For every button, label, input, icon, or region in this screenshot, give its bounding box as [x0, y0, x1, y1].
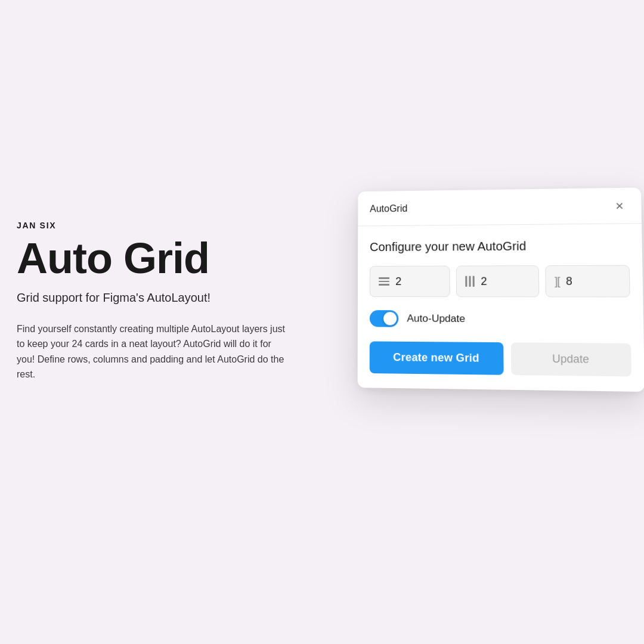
main-title: Auto Grid [17, 236, 309, 281]
padding-field[interactable]: ][ 8 [545, 265, 630, 298]
padding-value: 8 [566, 275, 572, 288]
update-button[interactable]: Update [511, 342, 631, 376]
cols-icon [466, 276, 475, 287]
plugin-panel: AutoGrid × Configure your new AutoGrid 2 [358, 187, 644, 392]
subtitle: Grid support for Figma's AutoLayout! [17, 291, 309, 305]
panel-body: Configure your new AutoGrid 2 [358, 224, 644, 392]
create-new-grid-button[interactable]: Create new Grid [370, 341, 504, 374]
rows-field[interactable]: 2 [370, 266, 450, 298]
auto-update-toggle[interactable] [370, 310, 398, 327]
toggle-track [370, 310, 398, 327]
panel-title: AutoGrid [370, 203, 407, 215]
cols-field[interactable]: 2 [456, 265, 539, 297]
toggle-thumb [383, 312, 397, 325]
configure-label: Configure your new AutoGrid [370, 239, 629, 254]
cols-value: 2 [481, 275, 487, 287]
inputs-row: 2 2 ][ 8 [370, 265, 630, 298]
rows-value: 2 [395, 275, 401, 287]
description: Find yourself constantly creating multip… [17, 321, 291, 382]
rows-icon [379, 277, 389, 286]
buttons-row: Create new Grid Update [370, 341, 631, 376]
brand-label: JAN SIX [17, 221, 309, 230]
auto-update-row: Auto-Update [370, 310, 631, 329]
auto-update-label: Auto-Update [407, 312, 465, 325]
left-content: JAN SIX Auto Grid Grid support for Figma… [17, 221, 309, 382]
padding-icon: ][ [555, 275, 560, 288]
close-button[interactable]: × [611, 197, 628, 215]
panel-header: AutoGrid × [358, 187, 642, 226]
